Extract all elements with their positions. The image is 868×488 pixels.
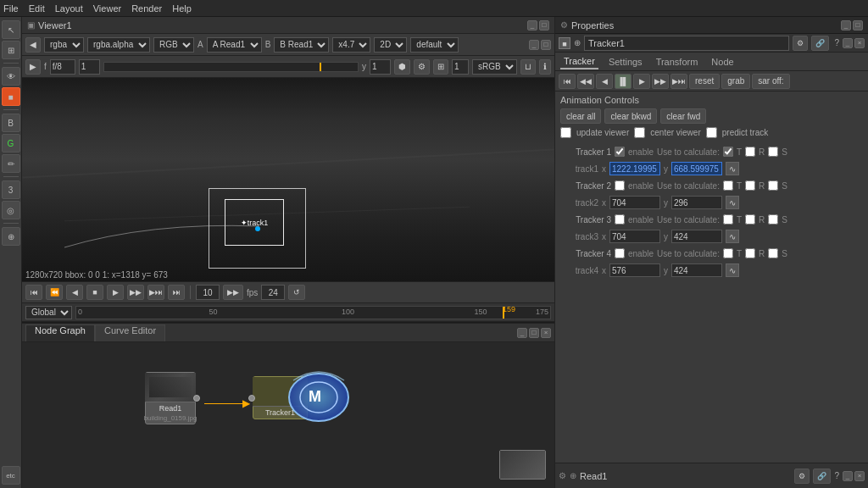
tool-select[interactable]: ⊞ <box>2 41 20 59</box>
tracker-1-enable-check[interactable] <box>615 147 625 157</box>
track-skip-end[interactable]: ▶⏭ <box>670 74 687 89</box>
clear-bkwd-btn[interactable]: clear bkwd <box>604 108 657 124</box>
tracker-3-enable-check[interactable] <box>615 214 625 225</box>
tool-b[interactable]: B <box>2 114 20 132</box>
tracker-help[interactable]: ? <box>832 38 841 47</box>
track-pause[interactable]: ▐▌ <box>615 74 632 89</box>
tracker-3-T-check[interactable] <box>723 214 733 225</box>
loop-btn[interactable]: ↺ <box>288 285 305 300</box>
menu-viewer[interactable]: Viewer <box>93 3 121 14</box>
timeline-track[interactable]: 0 50 100 150 159 175 <box>75 306 551 319</box>
menu-help[interactable]: Help <box>172 3 192 14</box>
track-step-back[interactable]: ◀ <box>596 74 613 89</box>
tracker-2-y-input[interactable] <box>671 196 722 209</box>
zoom-select[interactable]: x4.7 <box>332 37 370 53</box>
play-next-key[interactable]: ▶⏭ <box>147 285 164 300</box>
colormode-select[interactable]: RGB <box>153 37 194 53</box>
win-maximize[interactable]: □ <box>539 20 549 30</box>
tracker-3-R-check[interactable] <box>745 214 755 225</box>
y-input[interactable] <box>370 59 391 75</box>
menu-file[interactable]: File <box>3 3 19 14</box>
frame-range-input[interactable] <box>196 285 220 300</box>
tracker-wc2[interactable]: × <box>854 38 865 48</box>
viewer-wctrl1[interactable]: _ <box>529 40 539 50</box>
tracker-4-y-input[interactable] <box>671 263 722 277</box>
f-input[interactable] <box>50 59 75 75</box>
tool-color[interactable]: ■ <box>2 87 20 106</box>
channel-select[interactable]: rgba <box>44 37 84 53</box>
tracker-4-R-check[interactable] <box>745 248 755 258</box>
track-next[interactable]: ▶▶ <box>652 74 669 89</box>
update-viewer-check[interactable] <box>560 127 571 138</box>
timeline-mode-select[interactable]: Global <box>25 306 72 319</box>
tracker-2-x-input[interactable] <box>609 196 660 209</box>
viewer-wctrl2[interactable]: □ <box>541 40 551 50</box>
tracker-1-S-check[interactable] <box>768 147 778 157</box>
play-prev-key[interactable]: ⏪ <box>46 285 63 300</box>
tracker-2-R-check[interactable] <box>745 180 755 191</box>
play-faster[interactable]: ▶▶ <box>223 285 243 300</box>
center-viewer-check[interactable] <box>634 127 645 138</box>
track-grab-btn[interactable]: grab <box>721 74 750 89</box>
predict-track-check[interactable] <box>706 127 717 138</box>
tool-g[interactable]: G <box>2 134 20 152</box>
node-small-preview[interactable] <box>499 450 546 480</box>
tracker-settings-btn[interactable]: ⚙ <box>793 36 808 51</box>
tracker-2-enable-check[interactable] <box>615 180 625 191</box>
tracker-3-curve-btn[interactable]: ∿ <box>726 230 739 243</box>
alpha-select[interactable]: rgba.alpha <box>87 37 150 53</box>
frame-input[interactable] <box>79 59 100 75</box>
read-wc1[interactable]: _ <box>843 471 853 481</box>
lut-btn[interactable]: ⊔ <box>520 59 536 75</box>
input-a-select[interactable]: A Read1 <box>207 37 262 53</box>
tab-node[interactable]: Node <box>708 55 737 69</box>
read-help[interactable]: ? <box>834 471 839 480</box>
track-play-fwd[interactable]: ▶ <box>633 74 650 89</box>
tracker-2-curve-btn[interactable]: ∿ <box>726 196 739 209</box>
menu-edit[interactable]: Edit <box>29 3 45 14</box>
viewer-scrubber[interactable] <box>103 62 359 72</box>
read-settings-btn[interactable]: ⚙ <box>794 469 810 484</box>
read-wc2[interactable]: × <box>854 471 865 481</box>
info-btn[interactable]: ℹ <box>539 59 551 75</box>
tab-transform[interactable]: Transform <box>653 55 702 69</box>
clear-all-btn[interactable]: clear all <box>560 108 601 124</box>
tracker-3-y-input[interactable] <box>671 230 722 243</box>
tracker-4-curve-btn[interactable]: ∿ <box>726 263 739 277</box>
tool-node[interactable]: ◎ <box>2 201 20 219</box>
track-sar-btn[interactable]: sar off: <box>752 74 789 89</box>
clear-fwd-btn[interactable]: clear fwd <box>660 108 706 124</box>
play-forward[interactable]: ▶ <box>107 285 124 300</box>
tab-tracker[interactable]: Tracker <box>560 54 598 69</box>
play-stop[interactable]: ■ <box>86 285 103 300</box>
clamp-btn[interactable]: ⊞ <box>433 59 448 75</box>
tool-3d[interactable]: 3 <box>2 180 20 199</box>
track-reset-btn[interactable]: reset <box>689 74 720 89</box>
bottom-minimize[interactable]: _ <box>517 328 527 338</box>
tool-arrow[interactable]: ↖ <box>2 20 20 39</box>
tracker-3-x-input[interactable] <box>609 230 660 243</box>
tracker-1-R-check[interactable] <box>745 147 755 157</box>
tracker-4-T-check[interactable] <box>723 248 733 258</box>
tracker-1-T-check[interactable] <box>723 147 733 157</box>
track-skip-start[interactable]: ⏮ <box>559 74 576 89</box>
mode-select[interactable]: 2D <box>374 37 407 53</box>
settings-btn[interactable]: ⚙ <box>414 59 430 75</box>
props-minimize[interactable]: _ <box>841 20 851 30</box>
tracker-1-y-input[interactable] <box>671 162 722 175</box>
tab-node-graph[interactable]: Node Graph <box>25 324 95 341</box>
tracker-wc1[interactable]: _ <box>843 38 853 48</box>
tool-paint[interactable]: ✏ <box>2 154 20 173</box>
props-maximize[interactable]: □ <box>853 20 863 30</box>
tracker-color-swatch[interactable]: ■ <box>559 37 570 49</box>
tracker-2-S-check[interactable] <box>768 180 778 191</box>
tracker-4-enable-check[interactable] <box>615 248 625 258</box>
menu-render[interactable]: Render <box>131 3 162 14</box>
export-btn[interactable]: ⬢ <box>394 59 410 75</box>
fps-input[interactable] <box>261 285 285 300</box>
viewer-canvas[interactable]: ✦track1 1280x720 bbox: 0 0 1: x=1318 y= … <box>22 78 554 281</box>
play-step-forward[interactable]: ▶▶ <box>127 285 144 300</box>
tracker-2-T-check[interactable] <box>723 180 733 191</box>
node-graph[interactable]: Read1 building_0159.jpg ▶ <box>22 342 554 488</box>
colorspace-select[interactable]: sRGB <box>472 59 517 75</box>
